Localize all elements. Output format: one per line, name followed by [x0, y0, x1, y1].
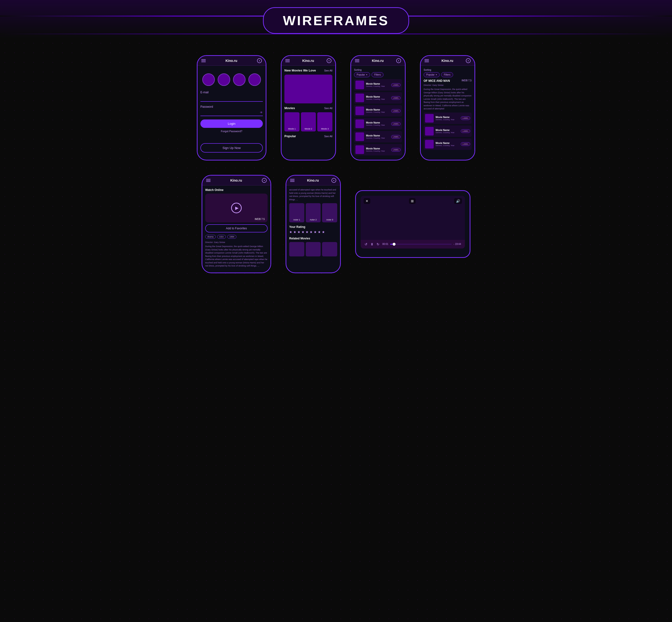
actor-card-1[interactable]: Actor 1: [289, 203, 304, 222]
movie-meta-4: Genres, Country, Year: [366, 137, 389, 139]
close-icon[interactable]: ✕: [364, 198, 370, 204]
actor-card-2[interactable]: Actor 2: [306, 203, 321, 222]
rewind-icon[interactable]: ↺: [365, 242, 367, 246]
imdb-score-5: IMDB 7.5: [255, 218, 265, 220]
add-to-favorites-button[interactable]: Add to Favorites: [205, 224, 268, 233]
user-icon-4[interactable]: [466, 58, 471, 63]
movie-thumb-1: [356, 94, 364, 102]
related-card-3[interactable]: [322, 242, 337, 256]
filters-button[interactable]: Filters: [372, 72, 383, 77]
actor-card-3[interactable]: Actor 3: [322, 203, 337, 222]
popular-see-all[interactable]: See All: [324, 135, 332, 138]
sort-dropdown-4[interactable]: Popular: [424, 72, 440, 77]
password-input[interactable]: [200, 109, 263, 116]
movie-label-3: Movie 3: [321, 128, 329, 130]
user-icon-6[interactable]: [331, 178, 336, 183]
related-card-2[interactable]: [306, 242, 321, 256]
email-input[interactable]: [200, 95, 263, 102]
movie-card-3[interactable]: Movie 3: [317, 112, 332, 132]
star-2[interactable]: ★: [293, 230, 296, 234]
movie-list-item-4[interactable]: Movie Name Genres, Country, Year LABEL: [354, 131, 402, 142]
movie-list-item-0[interactable]: Movie Name Genres, Country, Year LABEL: [354, 79, 402, 91]
detail-info-1: Movie Name Genres, Country, Year: [436, 129, 459, 134]
filters-button-4[interactable]: Filters: [441, 72, 453, 77]
hamburger-icon-5[interactable]: [206, 179, 210, 182]
movie-list-item-2[interactable]: Movie Name Genres, Country, Year LABEL: [354, 105, 402, 116]
related-card-1[interactable]: [289, 242, 304, 256]
social-icon-1[interactable]: [202, 73, 215, 86]
movie-list-item-3[interactable]: Movie Name Genres, Country, Year LABEL: [354, 118, 402, 130]
user-icon-login[interactable]: [257, 58, 262, 63]
play-button[interactable]: ▶: [231, 203, 242, 213]
expand-icon[interactable]: ⊞: [409, 198, 416, 204]
movie-thumb-2: [356, 106, 364, 115]
eye-icon[interactable]: 👁: [260, 111, 263, 114]
tag-usa[interactable]: USA: [217, 235, 226, 239]
progress-container: 00:01 - 19:44: [382, 243, 461, 245]
detail-movie-item-2[interactable]: Movie Name Genres, Country, Year LABEL: [424, 138, 472, 150]
movie-badge-5: LABEL: [391, 148, 401, 151]
hamburger-icon-2[interactable]: [285, 59, 290, 62]
star-7[interactable]: ★: [314, 230, 317, 234]
movie-badge-0: LABEL: [391, 83, 401, 87]
phone-movies-header: Kino.ru: [281, 56, 335, 66]
movie-name-0: Movie Name: [366, 82, 389, 85]
star-6[interactable]: ★: [310, 230, 313, 234]
title-pill: WIREFRAMES: [263, 7, 409, 34]
movie-thumb-3: [356, 119, 364, 128]
hamburger-icon[interactable]: [201, 59, 206, 62]
stars-row[interactable]: ★★★★★★★★★: [289, 230, 337, 234]
forward-icon[interactable]: ↻: [376, 242, 379, 246]
password-label: Password: [200, 105, 263, 108]
phone-actors: Kino.ru accused of attempted rape when h…: [285, 175, 341, 273]
movie-list-item-5[interactable]: Movie Name Genres, Country, Year LABEL: [354, 144, 402, 156]
tag-year[interactable]: 1994: [227, 235, 236, 239]
detail-movie-item-0[interactable]: Movie Name Genres, Country, Year LABEL: [424, 112, 472, 124]
movies-see-all[interactable]: See All: [324, 107, 332, 110]
movie-meta-5: Genres, Country, Year: [366, 150, 389, 152]
phone-sorting-body: Sorting Popular Filters Movie Name Genre…: [351, 66, 405, 160]
star-4[interactable]: ★: [301, 230, 305, 234]
star-8[interactable]: ★: [318, 230, 321, 234]
hamburger-icon-4[interactable]: [425, 59, 429, 62]
star-5[interactable]: ★: [305, 230, 309, 234]
login-button[interactable]: Login: [200, 119, 263, 128]
movie-list: Movie Name Genres, Country, Year LABEL M…: [354, 79, 402, 156]
user-icon-5[interactable]: [262, 178, 267, 183]
phone-detail-header: Kino.ru: [421, 56, 474, 66]
phone-login-body: E-mail Password 👁 Login Forgot Password?…: [198, 66, 266, 156]
social-icon-4[interactable]: [248, 73, 261, 86]
app-title-4: Kino.ru: [442, 59, 453, 63]
sort-dropdown[interactable]: Popular: [354, 72, 370, 77]
page-title: WIREFRAMES: [283, 13, 389, 28]
popular-section-header: Popular See All: [284, 134, 332, 138]
featured-movie-card[interactable]: [284, 75, 332, 103]
user-icon-2[interactable]: [327, 58, 331, 63]
signup-button[interactable]: Sign Up Now: [200, 143, 263, 152]
detail-movie-item-1[interactable]: Movie Name Genres, Country, Year LABEL: [424, 126, 472, 137]
progress-bar[interactable]: [390, 244, 452, 245]
new-movies-see-all[interactable]: See All: [324, 69, 332, 72]
tag-drama[interactable]: drama: [205, 235, 216, 239]
movie-card-1[interactable]: Movie 1: [284, 112, 300, 132]
phone-detail-body: Sorting Popular Filters OF MICE AND MAN …: [421, 66, 474, 154]
movie-list-item-1[interactable]: Movie Name Genres, Country, Year LABEL: [354, 92, 402, 104]
detail-info-0: Movie Name Genres, Country, Year: [436, 116, 459, 120]
sorting-bar: Sorting Popular Filters: [354, 69, 402, 77]
movie-card-2[interactable]: Movie 2: [301, 112, 316, 132]
user-icon-3[interactable]: [396, 58, 401, 63]
hamburger-icon-3[interactable]: [355, 59, 359, 62]
volume-icon[interactable]: 🔊: [454, 198, 462, 204]
detail-thumb-2: [425, 140, 434, 148]
star-3[interactable]: ★: [297, 230, 300, 234]
social-icon-3[interactable]: [233, 73, 245, 86]
detail-movie-list: Movie Name Genres, Country, Year LABEL M…: [424, 112, 472, 150]
pause-icon[interactable]: ⏸: [370, 242, 374, 246]
social-icon-2[interactable]: [218, 73, 230, 86]
star-1[interactable]: ★: [289, 230, 292, 234]
forgot-password-link[interactable]: Forgot Password?: [200, 130, 263, 133]
movies-section-header: Movies See All: [284, 106, 332, 110]
hamburger-icon-6[interactable]: [290, 179, 295, 182]
star-9[interactable]: ★: [322, 230, 325, 234]
movie-badge-3: LABEL: [391, 122, 401, 126]
